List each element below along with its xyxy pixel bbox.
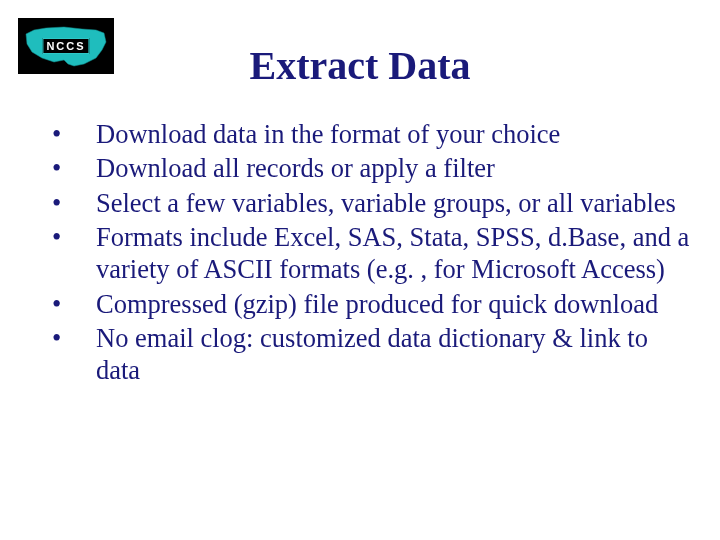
bullet-dot-icon: • — [46, 187, 96, 219]
slide: NCCS Extract Data • Download data in the… — [0, 0, 720, 540]
bullet-dot-icon: • — [46, 152, 96, 184]
list-item: • Download all records or apply a filter — [46, 152, 690, 184]
slide-title: Extract Data — [0, 42, 720, 89]
list-item: • No email clog: customized data diction… — [46, 322, 690, 387]
bullet-text: Compressed (gzip) file produced for quic… — [96, 288, 690, 320]
list-item: • Select a few variables, variable group… — [46, 187, 690, 219]
bullet-text: Download data in the format of your choi… — [96, 118, 690, 150]
bullet-text: Formats include Excel, SAS, Stata, SPSS,… — [96, 221, 690, 286]
bullet-dot-icon: • — [46, 221, 96, 253]
bullet-dot-icon: • — [46, 118, 96, 150]
bullet-dot-icon: • — [46, 288, 96, 320]
list-item: • Formats include Excel, SAS, Stata, SPS… — [46, 221, 690, 286]
bullet-text: No email clog: customized data dictionar… — [96, 322, 690, 387]
list-item: • Compressed (gzip) file produced for qu… — [46, 288, 690, 320]
bullet-text: Select a few variables, variable groups,… — [96, 187, 690, 219]
bullet-list: • Download data in the format of your ch… — [46, 118, 690, 387]
list-item: • Download data in the format of your ch… — [46, 118, 690, 150]
bullet-text: Download all records or apply a filter — [96, 152, 690, 184]
bullet-dot-icon: • — [46, 322, 96, 354]
slide-body: • Download data in the format of your ch… — [46, 118, 690, 389]
